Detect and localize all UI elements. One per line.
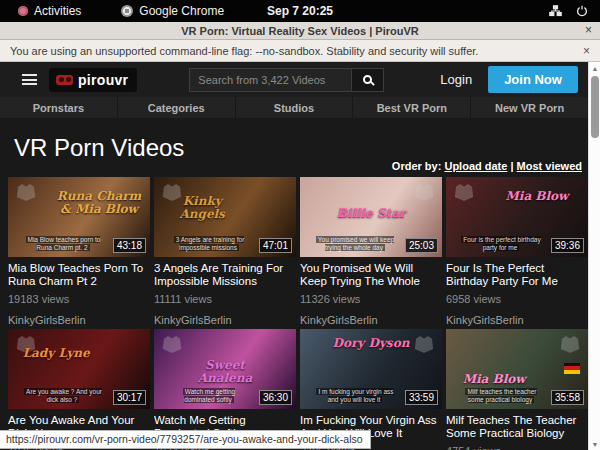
german-flag-icon <box>564 363 580 374</box>
video-title-link[interactable]: 3 Angels Are Training For Impossible Mis… <box>154 262 296 288</box>
thumbnail-caption: You promised we will keep trying the who… <box>314 236 396 252</box>
thumbnail-overlay-name: Mia Blow <box>493 190 581 203</box>
system-top-bar: Activities Google Chrome Sep 7 20:25 <box>0 0 600 22</box>
video-thumbnail[interactable]: Mia Blow Four is the perfect birthday pa… <box>446 177 588 257</box>
activities-button[interactable]: Activities <box>10 0 89 22</box>
studio-watermark-icon <box>16 184 36 201</box>
duration-badge: 36:30 <box>259 390 292 405</box>
video-views: 6958 views <box>446 293 588 305</box>
thumbnail-overlay-name: Lady Lyne <box>15 347 97 360</box>
search-input[interactable] <box>189 68 352 92</box>
video-card: Billie Star You promised we will keep tr… <box>300 177 442 326</box>
search-button[interactable] <box>352 68 384 92</box>
thumbnail-overlay-name: Runa Charm & Mia Blow <box>55 190 143 216</box>
thumbnail-caption: Are you awake ? And your dick also ? <box>22 388 104 404</box>
video-thumbnail[interactable]: Runa Charm & Mia Blow Mia Blow teaches p… <box>8 177 150 257</box>
order-link-most-viewed[interactable]: Most viewed <box>517 160 582 172</box>
video-thumbnail[interactable]: Billie Star You promised we will keep tr… <box>300 177 442 257</box>
join-now-button[interactable]: Join Now <box>488 66 578 93</box>
duration-badge: 35:58 <box>551 390 584 405</box>
window-close-icon[interactable]: × <box>585 23 592 37</box>
site-logo[interactable]: pirouvr <box>49 68 137 92</box>
search-bar <box>189 68 384 92</box>
order-link-upload-date[interactable]: Upload date <box>444 160 507 172</box>
studio-watermark-icon <box>560 336 580 353</box>
video-card: Runa Charm & Mia Blow Mia Blow teaches p… <box>8 177 150 326</box>
video-title-link[interactable]: You Promised We Will Keep Trying The Who… <box>300 262 442 288</box>
activities-label: Activities <box>34 4 81 18</box>
video-card: Mia Blow Milf teaches the teacher some p… <box>446 329 588 450</box>
menu-item-pornstars[interactable]: Pornstars <box>0 97 117 118</box>
thumbnail-overlay-name: Dory Dyson <box>328 337 413 350</box>
video-thumbnail[interactable]: Kinky Angels 3 Angels are training for i… <box>154 177 296 257</box>
thumbnail-caption: I m fucking your virgin ass and you will… <box>314 388 396 404</box>
focused-app-label: Google Chrome <box>139 4 224 18</box>
video-views: 11111 views <box>154 293 296 305</box>
duration-badge: 33:59 <box>405 390 438 405</box>
order-by-label: Order by: <box>392 160 442 172</box>
video-views: 11326 views <box>300 293 442 305</box>
video-title-link[interactable]: Mia Blow Teaches Porn To Runa Charm Pt 2 <box>8 262 150 288</box>
studio-watermark-icon <box>414 184 434 201</box>
activities-indicator-icon <box>18 6 28 16</box>
thumbnail-overlay-name: Mia Blow <box>453 373 535 386</box>
infobar-message: You are using an unsupported command-lin… <box>10 45 478 57</box>
video-card: Kinky Angels 3 Angels are training for i… <box>154 177 296 326</box>
thumbnail-overlay-name: Sweet Analena <box>182 359 267 385</box>
scrollbar-thumb[interactable] <box>591 76 599 138</box>
scroll-up-icon[interactable]: ▲ <box>589 62 600 74</box>
video-title-link[interactable]: Milf Teaches The Teacher Some Practical … <box>446 414 588 440</box>
duration-badge: 30:17 <box>113 390 146 405</box>
studio-watermark-icon <box>162 336 182 353</box>
video-views: 19183 views <box>8 293 150 305</box>
chrome-app-icon <box>121 5 133 17</box>
thumbnail-overlay-name: Kinky Angels <box>161 195 243 221</box>
search-icon <box>363 75 372 84</box>
video-grid-row-1: Runa Charm & Mia Blow Mia Blow teaches p… <box>8 177 588 326</box>
link-status-tooltip: https://pirouvr.com/vr-porn-video/779325… <box>0 430 371 449</box>
video-views: 4754 views <box>446 445 588 450</box>
thumbnail-caption: 3 Angels are training for impossible mis… <box>168 236 250 252</box>
thumbnail-caption: Mia Blow teaches porn to Runa Charm pt. … <box>22 236 104 252</box>
thumbnail-overlay-name: Billie Star <box>328 207 413 220</box>
studio-link[interactable]: KinkyGirlsBerlin <box>300 314 442 326</box>
order-separator: | <box>510 160 513 172</box>
page-title: VR Porn Videos <box>14 134 184 162</box>
chrome-infobar: You are using an unsupported command-lin… <box>0 40 600 62</box>
studio-watermark-icon <box>454 184 474 201</box>
login-link[interactable]: Login <box>440 72 472 87</box>
video-thumbnail[interactable]: Dory Dyson I m fucking your virgin ass a… <box>300 329 442 409</box>
thumbnail-caption: Milf teaches the teacher some practical … <box>460 388 542 404</box>
infobar-close-icon[interactable]: × <box>583 44 590 58</box>
order-by: Order by: Upload date | Most viewed <box>392 160 582 172</box>
logo-text: pirouvr <box>78 72 128 88</box>
studio-link[interactable]: KinkyGirlsBerlin <box>446 314 588 326</box>
thumbnail-caption: Watch me getting dominated softly <box>168 388 250 404</box>
menu-item-categories[interactable]: Categories <box>117 97 235 118</box>
video-card: Mia Blow Four is the perfect birthday pa… <box>446 177 588 326</box>
duration-badge: 25:03 <box>405 238 438 253</box>
menu-item-studios[interactable]: Studios <box>235 97 353 118</box>
window-title: VR Porn: Virtual Reality Sex Videos | Pi… <box>181 25 418 37</box>
duration-badge: 43:18 <box>113 238 146 253</box>
studio-link[interactable]: KinkyGirlsBerlin <box>154 314 296 326</box>
menu-item-best-vr-porn[interactable]: Best VR Porn <box>352 97 470 118</box>
power-icon[interactable] <box>576 5 588 17</box>
studio-link[interactable]: KinkyGirlsBerlin <box>8 314 150 326</box>
site-navbar: pirouvr Login Join Now <box>0 62 588 97</box>
window-title-bar: VR Porn: Virtual Reality Sex Videos | Pi… <box>0 22 600 40</box>
studio-watermark-icon <box>414 336 434 353</box>
vr-goggles-icon <box>56 75 73 85</box>
network-icon[interactable] <box>549 5 562 17</box>
menu-item-new-vr-porn[interactable]: New VR Porn <box>470 97 588 118</box>
video-thumbnail[interactable]: Lady Lyne Are you awake ? And your dick … <box>8 329 150 409</box>
video-title-link[interactable]: Four Is The Perfect Birthday Party For M… <box>446 262 588 288</box>
scroll-down-icon[interactable]: ▼ <box>589 438 600 450</box>
page-viewport: pirouvr Login Join Now Pornstars Categor… <box>0 62 600 450</box>
hamburger-menu-icon[interactable] <box>22 72 37 88</box>
video-thumbnail[interactable]: Sweet Analena Watch me getting dominated… <box>154 329 296 409</box>
video-thumbnail[interactable]: Mia Blow Milf teaches the teacher some p… <box>446 329 588 409</box>
page-scrollbar[interactable]: ▲ ▼ <box>588 62 600 450</box>
focused-app-menu[interactable]: Google Chrome <box>113 0 232 22</box>
duration-badge: 47:01 <box>259 238 292 253</box>
